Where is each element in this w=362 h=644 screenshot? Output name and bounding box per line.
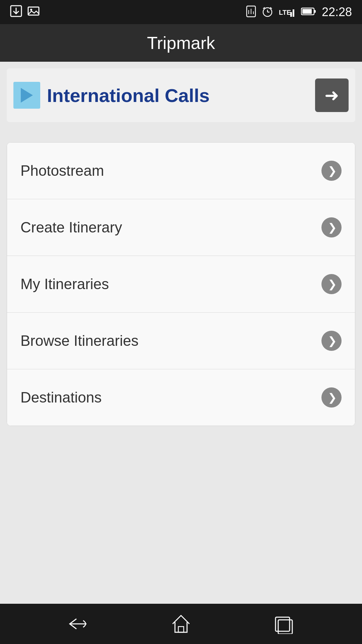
battery-icon [301,7,316,17]
status-bar: LTE 22:28 [0,0,362,24]
menu-item-my-itineraries-label: My Itineraries [20,276,109,292]
play-icon-container [13,82,40,109]
image-icon [27,5,40,19]
status-bar-right: LTE 22:28 [246,5,352,19]
menu-item-create-itinerary-label: Create Itinerary [20,219,122,236]
play-icon [21,88,33,103]
signal-icon: LTE [279,5,296,19]
menu-item-browse-itineraries-chevron: ❯ [321,331,342,351]
svg-point-3 [30,9,32,11]
main-content: International Calls ➜ Photostream ❯ Crea… [0,62,362,604]
sim-icon [246,5,256,19]
banner-arrow-icon: ➜ [324,85,339,105]
menu-item-photostream[interactable]: Photostream ❯ [7,143,355,199]
banner-arrow-button[interactable]: ➜ [315,78,349,112]
banner-left: International Calls [13,82,209,109]
menu-item-browse-itineraries[interactable]: Browse Itineraries ❯ [7,313,355,369]
chevron-right-icon: ❯ [328,221,337,234]
chevron-right-icon: ❯ [328,334,337,347]
chevron-right-icon: ❯ [328,391,337,404]
svg-rect-2 [28,7,39,15]
app-bar: Tripmark [0,24,362,62]
svg-rect-15 [293,9,294,17]
download-icon [10,5,22,19]
status-bar-left [10,5,40,19]
status-time: 22:28 [322,5,352,19]
menu-item-photostream-chevron: ❯ [321,161,342,181]
app-title: Tripmark [147,33,215,53]
menu-item-my-itineraries[interactable]: My Itineraries ❯ [7,256,355,313]
chevron-right-icon: ❯ [328,278,337,290]
chevron-right-icon: ❯ [328,164,337,177]
banner-container: International Calls ➜ [7,68,355,122]
svg-text:LTE: LTE [279,9,291,16]
recents-button[interactable] [267,610,301,637]
menu-item-browse-itineraries-label: Browse Itineraries [20,332,138,349]
menu-item-create-itinerary-chevron: ❯ [321,217,342,237]
menu-list: Photostream ❯ Create Itinerary ❯ My Itin… [7,142,355,426]
alarm-icon [261,5,274,19]
bottom-nav [0,604,362,644]
svg-rect-22 [278,620,292,634]
menu-item-my-itineraries-chevron: ❯ [321,274,342,294]
svg-rect-21 [276,617,290,631]
menu-item-create-itinerary[interactable]: Create Itinerary ❯ [7,199,355,256]
home-button[interactable] [164,610,198,637]
banner-title: International Calls [47,85,209,106]
menu-item-destinations-chevron: ❯ [321,387,342,408]
menu-item-photostream-label: Photostream [20,162,104,179]
menu-item-destinations-label: Destinations [20,389,102,406]
svg-rect-20 [178,627,184,632]
svg-rect-17 [314,10,316,13]
svg-rect-18 [302,9,312,14]
back-button[interactable] [61,610,95,637]
menu-item-destinations[interactable]: Destinations ❯ [7,369,355,426]
svg-rect-14 [290,12,292,17]
